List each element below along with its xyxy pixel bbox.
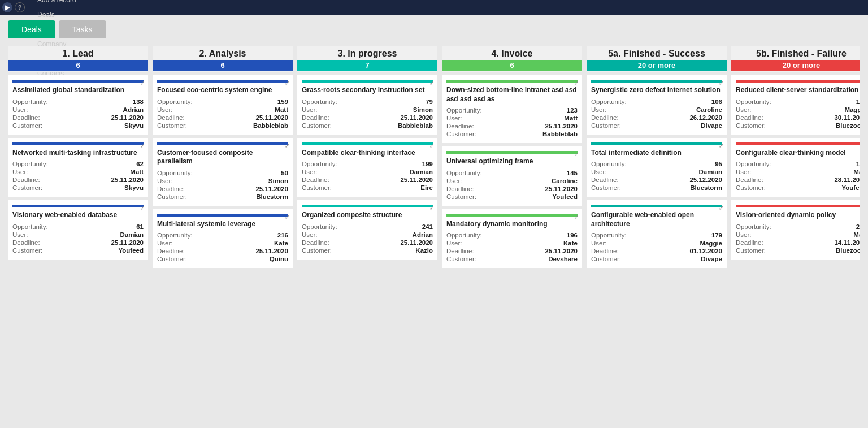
field-label: Customer:: [302, 122, 332, 129]
column-title-3: 4. Invoice: [442, 49, 582, 59]
card-title: Configurable web-enabled open architectu…: [591, 211, 722, 228]
field-label: User:: [736, 168, 751, 175]
field-value: Divape: [701, 122, 722, 129]
kanban-card[interactable]: ⤢Universal optimizing frameOpportunity:1…: [442, 146, 582, 206]
card-expand-icon[interactable]: ⤢: [285, 80, 289, 86]
card-field: User:Matt: [12, 168, 144, 175]
nav-item-add-a-record[interactable]: Add a record: [29, 0, 84, 7]
card-title: Down-sized bottom-line intranet asd asd …: [446, 86, 578, 103]
card-expand-icon[interactable]: ⤢: [285, 142, 289, 149]
field-label: Deadline:: [12, 176, 40, 183]
card-field: User:Caroline: [591, 106, 722, 113]
field-label: Opportunity:: [302, 161, 337, 167]
field-value: 25.11.2020: [111, 114, 144, 121]
card-title: Multi-lateral systemic leverage: [157, 220, 288, 229]
card-expand-icon[interactable]: ⤢: [574, 80, 579, 86]
kanban-column-4: 5a. Finished - Success20 or more⤢Synergi…: [587, 46, 727, 268]
card-field: Customer:Kazio: [302, 247, 433, 254]
kanban-card[interactable]: ⤢Down-sized bottom-line intranet asd asd…: [442, 75, 582, 143]
kanban-card[interactable]: ⤢Vision-oriented dynamic policyOpportuni…: [731, 200, 860, 260]
card-title: Mandatory dynamic monitoring: [446, 220, 578, 229]
field-label: Opportunity:: [302, 98, 337, 105]
kanban-card[interactable]: ⤢Customer-focused composite parallelismO…: [153, 138, 293, 206]
card-color-bar: [157, 80, 288, 83]
card-field: Deadline:25.11.2020: [12, 239, 144, 246]
field-value: 25.11.2020: [400, 114, 433, 121]
kanban-card[interactable]: ⤢Configurable web-enabled open architect…: [587, 200, 727, 268]
kanban-card[interactable]: ⤢Focused eco-centric system engineOpport…: [153, 75, 293, 135]
kanban-card[interactable]: ⤢Mandatory dynamic monitoringOpportunity…: [442, 209, 582, 269]
field-label: Deadline:: [736, 239, 763, 246]
card-color-bar: [12, 205, 144, 207]
card-expand-icon[interactable]: ⤢: [719, 142, 723, 149]
card-title: Grass-roots secondary instruction set: [302, 86, 433, 95]
nav-question-icon[interactable]: ?: [15, 2, 25, 12]
field-label: Opportunity:: [446, 107, 482, 114]
deals-toggle-button[interactable]: Deals: [8, 20, 55, 38]
field-value: Babbleblab: [398, 122, 433, 129]
card-expand-icon[interactable]: ⤢: [140, 142, 145, 149]
field-value: 28.11.2020: [834, 176, 860, 183]
kanban-column-1: 2. Analysis6⤢Focused eco-centric system …: [153, 46, 293, 268]
card-expand-icon[interactable]: ⤢: [574, 214, 579, 220]
field-value: Caroline: [552, 178, 578, 184]
nav-arrow-icon[interactable]: ▶: [2, 2, 12, 12]
kanban-card[interactable]: ⤢Configurable clear-thinking modelOpport…: [731, 138, 860, 197]
card-expand-icon[interactable]: ⤢: [429, 80, 434, 86]
field-value: 25.11.2020: [545, 185, 578, 192]
kanban-card[interactable]: ⤢Assimilated global standardizationOppor…: [8, 75, 148, 135]
card-expand-icon[interactable]: ⤢: [140, 205, 145, 211]
card-field: User:Kate: [157, 240, 288, 247]
field-label: Deadline:: [591, 176, 619, 183]
field-value: 25.11.2020: [111, 239, 144, 246]
kanban-card[interactable]: ⤢Organized composite structureOpportunit…: [297, 200, 437, 260]
card-field: Customer:Skyvu: [12, 122, 144, 129]
page-content: Deals Tasks 1. Lead6⤢Assimilated global …: [0, 15, 868, 274]
card-expand-icon[interactable]: ⤢: [429, 205, 434, 211]
field-value: Youfeed: [841, 184, 860, 191]
kanban-card[interactable]: ⤢Total intermediate definitionOpportunit…: [587, 138, 727, 197]
field-value: Skyvu: [124, 122, 144, 129]
card-field: Customer:Quinu: [157, 256, 288, 262]
kanban-card[interactable]: ⤢Synergistic zero defect internet soluti…: [587, 75, 727, 135]
card-expand-icon[interactable]: ⤢: [574, 151, 579, 157]
card-expand-icon[interactable]: ⤢: [719, 80, 723, 86]
card-title: Networked multi-tasking infrastructure: [12, 149, 144, 158]
card-expand-icon[interactable]: ⤢: [140, 80, 145, 86]
field-value: Matt: [564, 115, 578, 122]
field-value: Kate: [274, 240, 288, 247]
card-expand-icon[interactable]: ⤢: [719, 205, 723, 211]
card-expand-icon[interactable]: ⤢: [285, 214, 289, 220]
field-value: 25.11.2020: [255, 114, 288, 121]
field-value: Babbleblab: [253, 122, 288, 129]
field-label: Customer:: [591, 256, 621, 262]
tasks-toggle-button[interactable]: Tasks: [59, 20, 106, 38]
card-field: Deadline:26.12.2020: [591, 114, 722, 121]
column-count-2: 7: [297, 60, 437, 71]
field-label: Customer:: [302, 247, 332, 254]
kanban-card[interactable]: ⤢Grass-roots secondary instruction setOp…: [297, 75, 437, 135]
card-field: Customer:Bluestorm: [591, 184, 722, 191]
field-value: Damian: [409, 168, 433, 175]
field-value: 199: [422, 161, 433, 167]
card-field: Customer:Youfeed: [736, 184, 860, 191]
card-field: User:Damian: [591, 168, 722, 175]
card-expand-icon[interactable]: ⤢: [429, 142, 434, 149]
field-label: Opportunity:: [12, 223, 48, 230]
field-value: Youfeed: [118, 247, 144, 254]
field-value: 164: [856, 98, 860, 105]
kanban-card[interactable]: ⤢Visionary web-enabled databaseOpportuni…: [8, 200, 148, 260]
kanban-card[interactable]: ⤢Reduced client-server standardizationOp…: [731, 75, 860, 135]
kanban-card[interactable]: ⤢Multi-lateral systemic leverageOpportun…: [153, 209, 293, 269]
field-value: 138: [133, 98, 144, 105]
field-label: Customer:: [446, 131, 476, 137]
kanban-card[interactable]: ⤢Compatible clear-thinking interfaceOppo…: [297, 138, 437, 197]
card-color-bar: [736, 80, 860, 83]
field-label: Customer:: [591, 184, 621, 191]
field-label: Deadline:: [302, 239, 329, 246]
card-title: Focused eco-centric system engine: [157, 86, 288, 95]
kanban-card[interactable]: ⤢Networked multi-tasking infrastructureO…: [8, 138, 148, 197]
field-label: Customer:: [157, 256, 187, 262]
card-field: User:Matt: [736, 168, 860, 175]
field-label: User:: [12, 168, 28, 175]
